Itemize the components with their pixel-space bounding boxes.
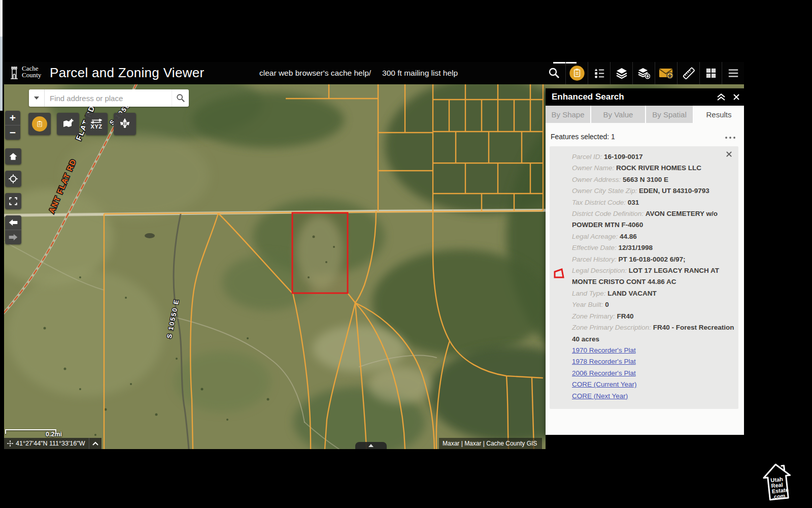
search-tool-button[interactable] xyxy=(543,62,565,84)
zoom-in-button[interactable]: + xyxy=(5,111,20,125)
parcel-link[interactable]: CORE (Next Year) xyxy=(572,391,735,402)
header-toolbar xyxy=(543,62,744,84)
cache-help-link[interactable]: clear web browser's cache help/ xyxy=(259,69,371,78)
menu-icon xyxy=(728,68,739,79)
menu-button[interactable] xyxy=(722,62,744,84)
mailing-labels-tool-button[interactable] xyxy=(655,62,677,84)
forward-button[interactable] xyxy=(5,230,21,244)
mailing-list-help-link[interactable]: 300 ft mailing list help xyxy=(382,69,458,78)
results-options-button[interactable] xyxy=(723,131,738,142)
back-button[interactable] xyxy=(5,215,21,230)
share-button[interactable] xyxy=(114,113,136,135)
ellipsis-icon xyxy=(725,136,736,139)
parcel-result-card: Parcel ID: 16-109-0017Owner Name: ROCK R… xyxy=(550,146,738,409)
parcel-report-button[interactable] xyxy=(28,113,51,135)
close-panel-button[interactable] xyxy=(729,88,744,106)
panel-footer-strip xyxy=(546,435,744,449)
tab-by-spatial[interactable]: By Spatial xyxy=(646,106,693,123)
fullscreen-button[interactable] xyxy=(5,193,21,209)
parcel-field: Zone Primary: FR40 xyxy=(572,311,735,322)
tab-by-value[interactable]: By Value xyxy=(591,106,645,123)
grid-icon xyxy=(705,68,717,79)
parcel-field: Owner City State Zip: EDEN, UT 84310-979… xyxy=(572,185,735,197)
bottom-pull-tab[interactable] xyxy=(355,442,387,449)
parcel-fields: Parcel ID: 16-109-0017Owner Name: ROCK R… xyxy=(572,151,735,345)
features-selected-count: Features selected: 1 xyxy=(551,133,723,141)
parcel-field: Parcel History: PT 16-018-0002 6/97; xyxy=(572,254,735,265)
search-icon xyxy=(548,67,560,79)
coordinates-xyz-button[interactable]: XYZ xyxy=(85,113,108,135)
utah-real-estate-logo: Utah Real Estate .com xyxy=(759,461,796,504)
layers-icon xyxy=(616,67,628,79)
chevron-down-icon xyxy=(34,97,39,100)
parcel-link[interactable]: 2006 Recorder's Plat xyxy=(572,368,735,379)
fullscreen-icon xyxy=(9,197,18,206)
home-button[interactable] xyxy=(5,148,21,165)
logo-line2: County xyxy=(22,72,41,78)
screen: { "header": { "logo_line1": "Cache", "lo… xyxy=(0,0,812,508)
add-layers-tool-button[interactable] xyxy=(632,62,655,84)
parcel-link[interactable]: CORE (Current Year) xyxy=(572,379,735,390)
ruler-icon xyxy=(682,67,695,80)
locate-button[interactable] xyxy=(5,171,21,187)
close-icon xyxy=(733,93,740,101)
map-attribution: Maxar | Maxar | Cache County GIS xyxy=(439,438,542,449)
search-source-dropdown[interactable] xyxy=(29,89,45,107)
search-button[interactable] xyxy=(172,89,189,107)
zoom-out-button[interactable]: − xyxy=(5,125,20,140)
app-header: Cache County Parcel and Zoning Viewer cl… xyxy=(4,62,744,84)
measure-tool-button[interactable] xyxy=(677,62,699,84)
collapse-panel-button[interactable] xyxy=(714,88,729,106)
window-edge-artifact xyxy=(0,37,3,111)
share-icon xyxy=(119,118,131,130)
parcel-field: Legal Acreage: 44.86 xyxy=(572,231,735,242)
coordinate-bar: 41°27'44"N 111°33'16"W xyxy=(4,438,101,449)
tab-by-shape[interactable]: By Shape xyxy=(546,106,590,123)
search-icon xyxy=(176,93,185,103)
parcel-report-tool-button[interactable] xyxy=(565,62,588,84)
home-icon xyxy=(8,151,18,162)
tab-results[interactable]: Results xyxy=(694,106,744,123)
double-chevron-up-icon xyxy=(717,93,726,101)
chevron-up-icon xyxy=(92,441,98,446)
tower-icon xyxy=(9,64,19,79)
selected-parcel-icon xyxy=(553,267,566,284)
xyz-icon: XYZ xyxy=(91,119,103,129)
chevron-up-icon xyxy=(368,444,374,447)
parcel-field: Effective Date: 12/31/1998 xyxy=(572,242,735,253)
add-map-icon xyxy=(62,118,74,130)
legend-tool-button[interactable] xyxy=(588,62,610,84)
parcel-field: Zone Primary Description: FR40 - Forest … xyxy=(572,322,735,345)
parcel-report-icon xyxy=(569,65,585,81)
basemap-gallery-button[interactable] xyxy=(699,62,722,84)
parcel-field: Year Built: 0 xyxy=(572,299,735,310)
search-input[interactable] xyxy=(45,89,172,107)
parcel-field: Owner Name: ROCK RIVER HOMES LLC xyxy=(572,163,735,174)
parcel-field: Legal Description: LOT 17 LEGACY RANCH A… xyxy=(572,265,735,288)
panel-title: Enhanced Search xyxy=(546,92,714,102)
window-edge-artifact xyxy=(0,0,3,37)
parcel-link[interactable]: 1978 Recorder's Plat xyxy=(572,356,735,367)
parcel-report-icon xyxy=(32,116,47,132)
add-map-button[interactable] xyxy=(57,113,79,135)
coordinate-options-button[interactable] xyxy=(89,438,101,449)
selected-parcel-outline[interactable] xyxy=(292,213,348,293)
page-title: Parcel and Zoning Viewer xyxy=(50,65,204,81)
parcel-link[interactable]: 1970 Recorder's Plat xyxy=(572,345,735,356)
history-nav xyxy=(5,215,21,244)
coordinates-readout: 41°27'44"N 111°33'16"W xyxy=(16,440,89,447)
scale-label: 0.2mi xyxy=(46,431,62,438)
locate-icon xyxy=(8,174,18,184)
parcel-links: 1970 Recorder's Plat1978 Recorder's Plat… xyxy=(572,345,735,402)
parcel-field: Tax District Code: 031 xyxy=(572,197,735,208)
address-search xyxy=(29,89,189,107)
forward-arrow-icon xyxy=(8,233,18,241)
parcel-field: Owner Address: 5663 N 3100 E xyxy=(572,174,735,185)
zoom-control: + − xyxy=(5,111,20,140)
search-tabs: By Shape By Value By Spatial Results xyxy=(546,106,744,123)
mail-download-icon xyxy=(659,67,674,79)
panel-header: Enhanced Search xyxy=(546,88,744,106)
county-logo: Cache County xyxy=(9,64,41,79)
layers-tool-button[interactable] xyxy=(610,62,632,84)
parcel-field: District Code Definition: AVON CEMETERY … xyxy=(572,208,735,231)
